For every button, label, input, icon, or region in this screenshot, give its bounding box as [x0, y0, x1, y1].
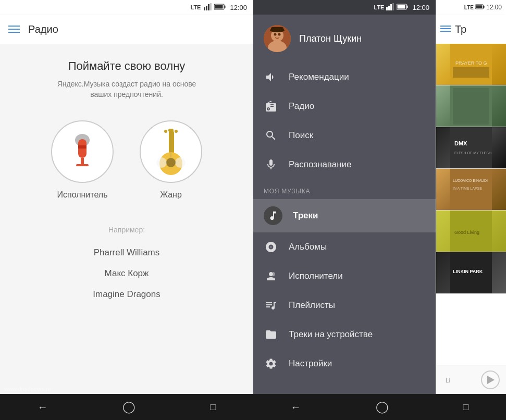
album-item-1[interactable]: PRAYER TO G [436, 44, 506, 85]
menu-label-search: Поиск [289, 130, 313, 141]
svg-text:DMX: DMX [454, 140, 467, 146]
svg-text:FLESH OF MY FLESH: FLESH OF MY FLESH [454, 151, 491, 155]
radio-options: Исполнитель [51, 120, 202, 200]
svg-text:PRAYER TO G: PRAYER TO G [455, 60, 487, 66]
microphone-icon [67, 131, 98, 172]
svg-rect-28 [398, 5, 405, 9]
avatar-inner [264, 25, 291, 52]
album-item-2[interactable] [436, 85, 506, 127]
menu-item-tracks[interactable]: Треки [253, 199, 436, 232]
menu-content: Платон Щукин Рекомендации Радио [253, 15, 436, 394]
svg-rect-5 [225, 6, 226, 8]
album-item-3[interactable]: DMX FLESH OF MY FLESH [436, 127, 506, 169]
svg-point-21 [175, 130, 178, 133]
album-item-6[interactable]: LINKIN PARK [436, 252, 506, 294]
battery-icon [214, 4, 226, 11]
svg-rect-38 [476, 5, 482, 8]
home-button-right[interactable]: ◯ [376, 400, 389, 414]
menu-item-device-tracks[interactable]: Треки на устройстве [253, 320, 436, 349]
menu-item-settings[interactable]: Настройки [253, 349, 436, 378]
svg-point-20 [170, 129, 174, 132]
album-item-4[interactable]: LUDOVICO EINAUDI IN A TIME LAPSE [436, 169, 506, 211]
album-cover-1: PRAYER TO G [436, 44, 506, 85]
svg-rect-25 [392, 3, 394, 10]
menu-item-albums[interactable]: Альбомы [253, 232, 436, 262]
user-avatar [264, 25, 291, 52]
menu-item-radio[interactable]: Радио [253, 92, 436, 121]
svg-rect-3 [210, 3, 212, 10]
svg-rect-1 [206, 6, 207, 10]
menu-label-device-tracks: Треки на устройстве [289, 329, 373, 340]
svg-point-18 [164, 130, 167, 133]
radio-subtitle: Яндекс.Музыка создаст радио на основе ва… [54, 79, 200, 100]
svg-rect-10 [81, 158, 84, 165]
svg-rect-41 [453, 67, 489, 78]
menu-item-search[interactable]: Поиск [253, 121, 436, 150]
app-bar-radio: Радио [0, 15, 253, 44]
megaphone-icon [264, 70, 278, 84]
svg-rect-35 [271, 27, 283, 31]
battery-icon-2 [397, 4, 408, 11]
svg-text:Good Living: Good Living [454, 230, 479, 235]
lte-3: LTE [464, 5, 474, 10]
bottom-nav-left: ← ◯ □ [0, 394, 253, 420]
lte-indicator: LTE [190, 4, 201, 10]
screen-menu: LTE 12:00 [253, 0, 436, 394]
performer-circle [51, 120, 114, 183]
settings-icon [264, 356, 278, 371]
menu-item-recognition[interactable]: Распознавание [253, 150, 436, 179]
artist-icon [264, 269, 278, 283]
my-music-section-label: МОЯ МУЗЫКА [253, 179, 436, 199]
menu-label-recognition: Распознавание [289, 159, 351, 170]
tracks-app-bar: Тр [436, 15, 506, 44]
svg-point-33 [278, 33, 281, 36]
svg-rect-6 [215, 5, 223, 9]
menu-button[interactable] [8, 26, 20, 33]
album-cover-2 [436, 85, 506, 127]
menu-label-playlists: Плейлисты [289, 300, 335, 311]
back-button-left[interactable]: ← [38, 401, 48, 413]
menu-item-recommendations[interactable]: Рекомендации [253, 63, 436, 92]
album-list: PRAYER TO G DMX [436, 44, 506, 365]
album-item-5[interactable]: Good Living [436, 211, 506, 252]
status-bar-3: LTE 12:00 [436, 0, 506, 15]
svg-rect-11 [76, 164, 89, 166]
screen1-title: Радио [28, 23, 58, 35]
example-imagine[interactable]: Imagine Dragons [93, 284, 160, 305]
user-profile[interactable]: Платон Щукин [253, 15, 436, 63]
menu-item-playlists[interactable]: Плейлисты [253, 291, 436, 320]
radio-option-genre[interactable]: Жанр [140, 120, 202, 200]
playlist-icon [264, 298, 278, 313]
guitar-icon [155, 128, 187, 175]
album-cover-3: DMX FLESH OF MY FLESH [436, 127, 506, 168]
example-pharrell[interactable]: Pharrell Williams [94, 242, 160, 263]
menu-label-tracks: Треки [293, 211, 318, 221]
svg-rect-37 [484, 6, 485, 8]
recent-button-right[interactable]: □ [463, 402, 469, 413]
back-button-right[interactable]: ← [291, 401, 301, 413]
svg-text:IN A TIME LAPSE: IN A TIME LAPSE [453, 187, 482, 190]
menu-label-albums: Альбомы [289, 242, 327, 252]
radio-content: Поймайте свою волну Яндекс.Музыка создас… [0, 44, 253, 394]
radio-option-performer[interactable]: Исполнитель [51, 120, 114, 200]
recent-button-left[interactable]: □ [210, 402, 216, 413]
bottom-nav-right: ← ◯ □ [253, 394, 506, 420]
svg-text:LUDOVICO EINAUDI: LUDOVICO EINAUDI [453, 179, 488, 182]
bottom-nav-row: ← ◯ □ ← ◯ □ [0, 394, 506, 420]
example-maks[interactable]: Макс Корж [105, 263, 149, 284]
performer-label: Исполнитель [57, 190, 107, 200]
svg-point-32 [274, 33, 277, 36]
status-bar-2: LTE 12:00 [253, 0, 436, 15]
player-bar: Li [436, 365, 506, 394]
menu-label-artists: Исполнители [289, 271, 343, 281]
svg-rect-27 [407, 6, 408, 8]
signal-icon [204, 3, 212, 11]
menu-item-artists[interactable]: Исполнители [253, 262, 436, 291]
play-button[interactable] [481, 370, 500, 389]
home-button-left[interactable]: ◯ [122, 400, 135, 414]
svg-rect-24 [390, 4, 392, 10]
menu-icon-3[interactable] [440, 26, 451, 33]
screen-tracks-partial: LTE 12:00 Тр [436, 0, 506, 394]
svg-rect-23 [388, 6, 390, 10]
battery-3 [475, 4, 485, 10]
